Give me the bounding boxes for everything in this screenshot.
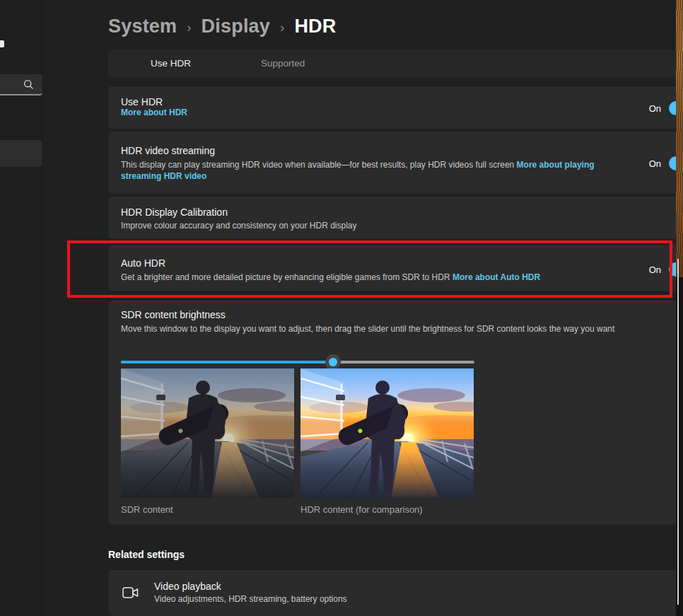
chevron-separator-icon: ›: [187, 18, 191, 35]
sdr-brightness-slider[interactable]: [121, 354, 474, 370]
sdr-content-brightness-card: SDR content brightness Move this window …: [108, 301, 683, 525]
hdr-display-calibration-card[interactable]: HDR Display Calibration Improve colour a…: [108, 197, 683, 239]
video-camera-icon: [122, 585, 140, 600]
breadcrumb: System › Display › HDR: [108, 16, 336, 37]
auto-hdr-toggle-state: On: [649, 265, 661, 275]
sdr-content-caption: SDR content: [121, 504, 173, 515]
auto-hdr-more-link[interactable]: More about Auto HDR: [453, 272, 540, 282]
sidebar-item-selected[interactable]: [0, 140, 42, 167]
auto-hdr-card: Auto HDR Get a brighter and more detaile…: [108, 245, 683, 291]
display-table-header-row: Use HDR Supported: [108, 50, 683, 78]
hdr-display-calibration-title: HDR Display Calibration: [121, 207, 602, 218]
video-playback-description: Video adjustments, HDR streaming, batter…: [154, 593, 347, 605]
hdr-video-streaming-description: This display can play streaming HDR vide…: [121, 160, 514, 170]
page-title: HDR: [294, 16, 336, 37]
hdr-display-calibration-description: Improve colour accuracy and consistency …: [121, 220, 602, 231]
use-hdr-more-link[interactable]: More about HDR: [121, 107, 602, 117]
video-playback-title: Video playback: [154, 581, 347, 592]
sdr-hdr-comparison: [121, 368, 474, 498]
breadcrumb-system[interactable]: System: [108, 16, 177, 37]
sdr-brightness-description: Move this window to the display you want…: [121, 323, 683, 335]
breadcrumb-display[interactable]: Display: [202, 16, 270, 37]
sdr-brightness-title: SDR content brightness: [121, 309, 683, 320]
settings-main-panel: System › Display › HDR Use HDR Supported…: [44, 0, 676, 616]
auto-hdr-description: Get a brighter and more detailed picture…: [121, 272, 450, 282]
window-edge-scrollbar-line: [677, 259, 679, 605]
header-col-use-hdr: Use HDR: [151, 58, 191, 69]
hdr-content-caption: HDR content (for comparison): [300, 504, 423, 515]
hdr-video-streaming-card: HDR video streaming This display can pla…: [108, 132, 683, 194]
use-hdr-card: Use HDR More about HDR On: [108, 86, 683, 129]
header-col-supported: Supported: [261, 58, 305, 69]
related-settings-heading: Related settings: [108, 549, 185, 560]
use-hdr-toggle-state: On: [649, 103, 661, 114]
auto-hdr-title: Auto HDR: [121, 257, 602, 269]
slider-thumb[interactable]: [325, 354, 341, 370]
hdr-content-image: [300, 368, 474, 498]
slider-fill: [121, 361, 333, 364]
sidebar-cutoff-glyph: [0, 40, 4, 47]
chevron-separator-icon: ›: [280, 18, 284, 35]
sdr-content-image: [121, 368, 294, 498]
desktop-wallpaper-sliver: [676, 0, 683, 277]
video-playback-card[interactable]: Video playback Video adjustments, HDR st…: [108, 570, 683, 616]
hdr-video-streaming-title: HDR video streaming: [121, 145, 616, 156]
search-input[interactable]: [0, 74, 42, 95]
hdr-video-streaming-toggle-state: On: [649, 158, 661, 169]
use-hdr-title: Use HDR: [121, 96, 602, 107]
search-icon: [23, 79, 34, 90]
